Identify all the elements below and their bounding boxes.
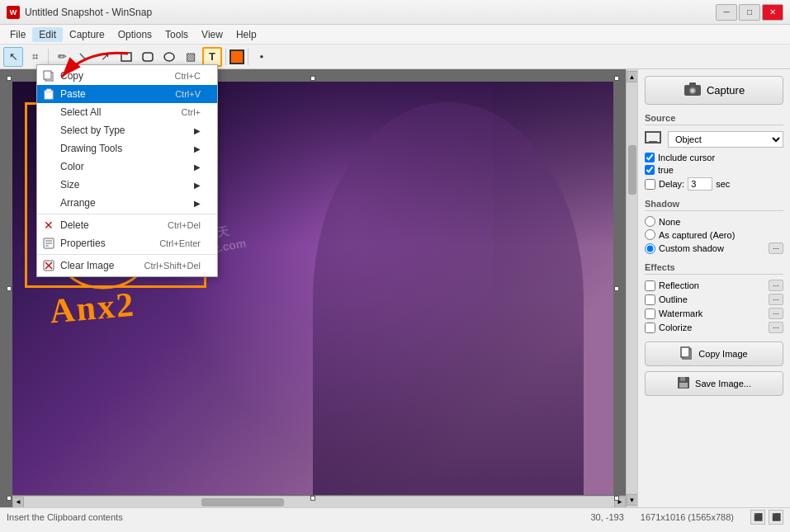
- color-picker[interactable]: [229, 49, 244, 64]
- outline-settings-btn[interactable]: ⋯: [769, 294, 783, 305]
- copy-image-label: Copy Image: [698, 349, 747, 359]
- shadow-captured-radio[interactable]: [645, 229, 655, 240]
- colorize-checkbox[interactable]: [645, 322, 655, 333]
- menu-item-selectbytype[interactable]: Select by Type ▶: [37, 121, 217, 139]
- outline-checkbox[interactable]: [645, 294, 655, 305]
- menu-item-size[interactable]: Size ▶: [37, 176, 217, 194]
- drawingtools-label: Drawing Tools: [60, 143, 122, 154]
- effect-watermark-row: Watermark ⋯: [645, 308, 783, 319]
- delete-icon: ✕: [42, 219, 55, 232]
- svg-rect-18: [46, 89, 51, 92]
- properties-label: Properties: [60, 238, 106, 249]
- v-scroll-track[interactable]: [628, 84, 636, 492]
- menu-item-copy[interactable]: Copy Ctrl+C: [37, 67, 217, 85]
- handle-ml: [7, 286, 12, 291]
- handle-tr: [614, 76, 619, 81]
- title-bar: W Untitled Snapshot - WinSnap ─ □ ✕: [0, 0, 790, 25]
- dot-tool[interactable]: ●: [252, 47, 272, 67]
- menu-capture[interactable]: Capture: [63, 27, 111, 42]
- reflection-checkbox[interactable]: [645, 280, 655, 291]
- v-scroll-up[interactable]: ▲: [627, 71, 638, 82]
- menu-separator-2: [37, 254, 217, 255]
- svg-rect-16: [44, 71, 51, 79]
- app-icon: W: [7, 6, 20, 19]
- menu-item-color[interactable]: Color ▶: [37, 158, 217, 176]
- menu-item-arrange[interactable]: Arrange ▶: [37, 194, 217, 212]
- arrow-tool[interactable]: ↗: [95, 47, 115, 67]
- h-scrollbar[interactable]: ◄ ►: [12, 496, 626, 507]
- hatch-tool[interactable]: ▨: [181, 47, 201, 67]
- status-icon-2[interactable]: ⬛: [769, 510, 783, 525]
- source-select[interactable]: Object: [668, 131, 783, 148]
- selectbytype-label: Select by Type: [60, 125, 125, 136]
- shadow-none-radio[interactable]: [645, 216, 655, 227]
- menu-item-selectall[interactable]: Select All Ctrl+: [37, 103, 217, 121]
- source-row: Object: [645, 130, 783, 148]
- menu-item-clearimage[interactable]: Clear Image Ctrl+Shift+Del: [37, 257, 217, 275]
- delay-label: Delay:: [659, 179, 684, 189]
- watermark-checkbox[interactable]: [645, 308, 655, 319]
- shadow-custom-radio[interactable]: [645, 243, 655, 254]
- reflection-settings-btn[interactable]: ⋯: [769, 280, 783, 291]
- status-icon-1[interactable]: ⬛: [750, 510, 765, 525]
- effects-section: Effects Reflection ⋯ Outline ⋯ Watermark: [645, 262, 783, 333]
- shadow-custom-label: Custom shadow: [659, 243, 724, 253]
- selectbytype-arrow: ▶: [194, 126, 201, 135]
- copy-svg: [680, 346, 693, 360]
- shadow-none-row: None: [645, 216, 783, 227]
- status-dimensions: 1671x1016 (1565x788): [641, 512, 734, 522]
- toolbar-separator-3: [248, 49, 248, 65]
- delete-x-icon: ✕: [44, 219, 54, 232]
- svg-point-7: [690, 89, 694, 93]
- selectbytype-icon: [42, 124, 55, 137]
- ellipse-tool[interactable]: [159, 47, 179, 67]
- select-tool[interactable]: ↖: [3, 47, 23, 67]
- menu-view[interactable]: View: [195, 27, 229, 42]
- handle-bc: [310, 496, 315, 501]
- capture-button[interactable]: Capture: [645, 76, 783, 105]
- color-arrow: ▶: [194, 162, 201, 172]
- menu-item-delete[interactable]: ✕ Delete Ctrl+Del: [37, 216, 217, 234]
- menu-item-properties[interactable]: Properties Ctrl+Enter: [37, 234, 217, 252]
- text-tool[interactable]: T: [202, 47, 222, 67]
- v-scroll-down[interactable]: ▼: [627, 494, 638, 506]
- minimize-button[interactable]: ─: [716, 4, 737, 21]
- h-scroll-left[interactable]: ◄: [12, 497, 24, 508]
- v-scrollbar[interactable]: ▲ ▼: [626, 69, 637, 507]
- include-cursor-checkbox[interactable]: [645, 153, 655, 162]
- v-scroll-thumb[interactable]: [628, 145, 636, 195]
- menu-file[interactable]: File: [3, 27, 32, 42]
- arrange-icon: [42, 196, 55, 210]
- colorize-settings-btn[interactable]: ⋯: [769, 322, 783, 333]
- shadow-section: Shadow None As captured (Aero) Custom sh…: [645, 199, 783, 254]
- menu-tools[interactable]: Tools: [158, 27, 195, 42]
- menu-help[interactable]: Help: [229, 27, 263, 42]
- watermark-settings-btn[interactable]: ⋯: [769, 308, 783, 319]
- rounded-rect-tool[interactable]: [138, 47, 158, 67]
- shadow-settings-btn[interactable]: ⋯: [769, 242, 783, 254]
- handle-tl: [7, 76, 12, 81]
- include-cursor-label: Include cursor: [658, 153, 715, 162]
- copy-icon-svg: [43, 70, 54, 82]
- h-scroll-thumb[interactable]: [201, 498, 284, 506]
- shadow-none-label: None: [659, 217, 680, 227]
- rect-tool[interactable]: [116, 47, 136, 67]
- delay-input[interactable]: [688, 177, 712, 191]
- crop-tool[interactable]: ⌗: [25, 47, 45, 67]
- clear-background-checkbox[interactable]: [645, 165, 655, 175]
- svg-point-2: [164, 53, 174, 61]
- menu-edit[interactable]: Edit: [32, 27, 63, 42]
- menu-item-drawingtools[interactable]: Drawing Tools ▶: [37, 139, 217, 158]
- shadow-title: Shadow: [645, 199, 783, 211]
- delay-checkbox[interactable]: [645, 179, 655, 190]
- shadow-custom-row: Custom shadow ⋯: [645, 242, 783, 254]
- colorize-label: Colorize: [659, 322, 692, 332]
- copy-image-button[interactable]: Copy Image: [645, 341, 783, 366]
- effect-outline-row: Outline ⋯: [645, 294, 783, 305]
- maximize-button[interactable]: □: [739, 4, 760, 21]
- close-button[interactable]: ✕: [762, 4, 783, 21]
- save-image-button[interactable]: Save Image...: [645, 371, 783, 396]
- menu-item-paste[interactable]: Paste Ctrl+V: [37, 85, 217, 103]
- menu-options[interactable]: Options: [111, 27, 158, 42]
- h-scroll-track[interactable]: [26, 498, 613, 506]
